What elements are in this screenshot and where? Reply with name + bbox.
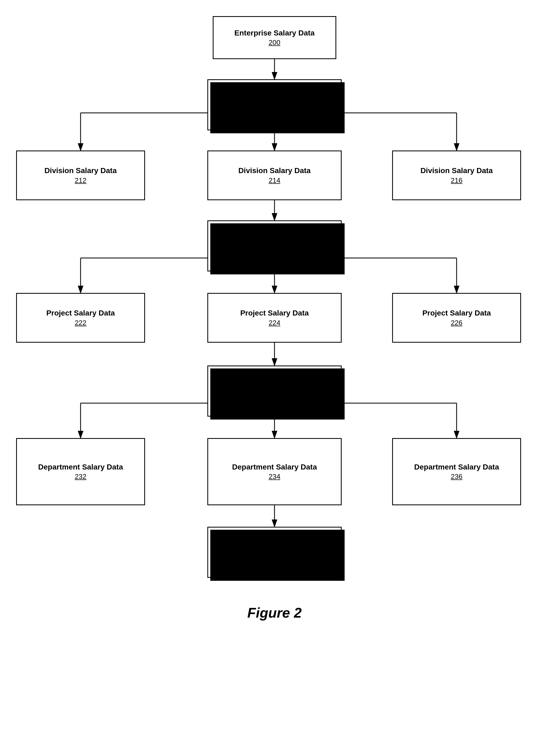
proj224-id: 224 xyxy=(269,319,280,327)
enterprise-id: 200 xyxy=(269,38,280,47)
proj-mgr-id: 230 xyxy=(269,392,280,400)
div-214-box: Division Salary Data 214 xyxy=(207,151,342,200)
proj-mgr-label: Project Manager xyxy=(245,382,304,391)
proj222-id: 222 xyxy=(75,319,86,327)
dept-234-box: Department Salary Data 234 xyxy=(207,438,342,505)
div216-id: 216 xyxy=(451,176,462,185)
dept236-id: 236 xyxy=(451,472,462,481)
diagram-container: Enterprise Salary Data 200 Executive Man… xyxy=(0,0,549,726)
dept234-label: Department Salary Data xyxy=(232,463,317,472)
dept232-label: Department Salary Data xyxy=(38,463,123,472)
dept236-label: Department Salary Data xyxy=(414,463,499,472)
proj224-label: Project Salary Data xyxy=(240,309,308,318)
div212-label: Division Salary Data xyxy=(44,166,117,175)
proj-222-box: Project Salary Data 222 xyxy=(16,293,145,343)
dept-mgr-id: 240 xyxy=(269,553,280,561)
div-mgmt-id: 220 xyxy=(269,247,280,255)
proj226-id: 226 xyxy=(451,319,462,327)
proj226-label: Project Salary Data xyxy=(422,309,491,318)
div214-label: Division Salary Data xyxy=(238,166,310,175)
proj-mgr-box: Project Manager 230 xyxy=(207,366,342,417)
figure-caption-text: Figure 2 xyxy=(248,605,301,621)
div-212-box: Division Salary Data 212 xyxy=(16,151,145,200)
exec-mgmt-label: Executive Management xyxy=(233,96,316,105)
enterprise-label: Enterprise Salary Data xyxy=(235,28,315,38)
dept-mgr-label: Department Manager xyxy=(237,543,312,552)
dept-236-box: Department Salary Data 236 xyxy=(392,438,521,505)
enterprise-salary-data-box: Enterprise Salary Data 200 xyxy=(213,16,336,59)
exec-mgmt-box: Executive Management 210 xyxy=(207,79,342,130)
proj-224-box: Project Salary Data 224 xyxy=(207,293,342,343)
dept234-id: 234 xyxy=(269,472,280,481)
div-mgmt-box: Division Management 220 xyxy=(207,220,342,271)
div212-id: 212 xyxy=(75,176,86,185)
dept232-id: 232 xyxy=(75,472,86,481)
exec-mgmt-id: 210 xyxy=(269,106,280,114)
div-mgmt-label: Division Management xyxy=(236,237,313,246)
div214-id: 214 xyxy=(269,176,280,185)
div216-label: Division Salary Data xyxy=(420,166,493,175)
proj-226-box: Project Salary Data 226 xyxy=(392,293,521,343)
proj222-label: Project Salary Data xyxy=(46,309,115,318)
div-216-box: Division Salary Data 216 xyxy=(392,151,521,200)
dept-232-box: Department Salary Data 232 xyxy=(16,438,145,505)
figure-caption: Figure 2 xyxy=(0,605,549,621)
dept-mgr-box: Department Manager 240 xyxy=(207,527,342,578)
